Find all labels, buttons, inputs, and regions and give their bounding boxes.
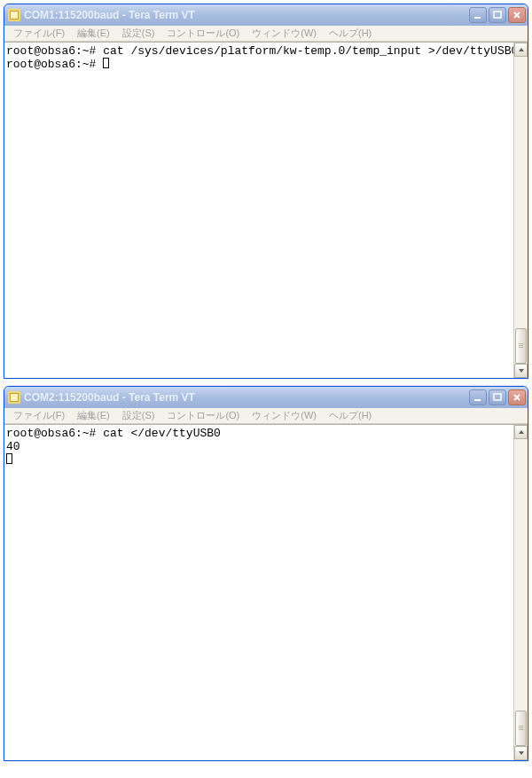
minimize-icon — [473, 11, 482, 20]
scroll-down-button[interactable] — [514, 364, 528, 378]
window-title: COM2:115200baud - Tera Term VT — [24, 391, 469, 404]
vertical-scrollbar[interactable] — [513, 425, 528, 760]
scroll-thumb[interactable] — [515, 328, 527, 364]
menu-edit[interactable]: 編集(E) — [72, 26, 115, 41]
menubar: ファイル(F) 編集(E) 設定(S) コントロール(O) ウィンドウ(W) ヘ… — [4, 26, 528, 42]
menu-control[interactable]: コントロール(O) — [161, 408, 245, 423]
grip-icon — [519, 726, 523, 731]
scroll-thumb[interactable] — [515, 711, 527, 746]
minimize-button[interactable] — [469, 7, 487, 23]
menu-setup[interactable]: 設定(S) — [117, 408, 160, 423]
terminal-output[interactable]: root@obsa6:~# cat /sys/devices/platform/… — [4, 43, 513, 378]
menu-help[interactable]: ヘルプ(H) — [324, 26, 377, 41]
titlebar[interactable]: COM2:115200baud - Tera Term VT — [4, 387, 528, 408]
menu-edit[interactable]: 編集(E) — [72, 408, 115, 423]
menu-control[interactable]: コントロール(O) — [161, 26, 245, 41]
window-buttons — [469, 389, 526, 405]
titlebar[interactable]: COM1:115200baud - Tera Term VT — [4, 4, 528, 26]
window-buttons — [469, 7, 526, 23]
window-title: COM1:115200baud - Tera Term VT — [24, 9, 469, 21]
maximize-button[interactable] — [489, 7, 506, 23]
menu-help[interactable]: ヘルプ(H) — [324, 408, 377, 423]
menubar: ファイル(F) 編集(E) 設定(S) コントロール(O) ウィンドウ(W) ヘ… — [4, 408, 528, 424]
chevron-down-icon — [518, 750, 525, 757]
text-cursor — [6, 453, 12, 464]
client-area: root@obsa6:~# cat /sys/devices/platform/… — [4, 42, 528, 378]
chevron-up-icon — [518, 428, 525, 436]
menu-file[interactable]: ファイル(F) — [8, 408, 70, 423]
svg-rect-0 — [474, 17, 481, 19]
terminal-window-com1: COM1:115200baud - Tera Term VT ファイル(F) 編… — [4, 4, 528, 379]
scroll-up-button[interactable] — [514, 425, 528, 439]
close-icon — [512, 393, 521, 402]
terminal-line: root@obsa6:~# — [6, 58, 103, 71]
maximize-icon — [493, 393, 502, 402]
menu-window[interactable]: ウィンドウ(W) — [246, 408, 322, 423]
maximize-icon — [493, 11, 502, 20]
close-button[interactable] — [508, 389, 526, 405]
menu-window[interactable]: ウィンドウ(W) — [246, 26, 322, 41]
terminal-line: root@obsa6:~# cat /sys/devices/platform/… — [6, 44, 513, 58]
text-cursor — [103, 58, 109, 68]
terminal-line: 40 — [6, 440, 20, 453]
chevron-up-icon — [518, 46, 525, 53]
menu-setup[interactable]: 設定(S) — [117, 26, 160, 41]
scroll-track[interactable] — [514, 57, 528, 364]
maximize-button[interactable] — [489, 389, 506, 405]
app-icon — [8, 391, 20, 404]
menu-file[interactable]: ファイル(F) — [8, 26, 70, 41]
svg-rect-3 — [494, 394, 501, 400]
vertical-scrollbar[interactable] — [513, 43, 528, 378]
svg-rect-2 — [474, 399, 481, 401]
close-button[interactable] — [508, 7, 526, 23]
svg-rect-1 — [494, 12, 501, 18]
client-area: root@obsa6:~# cat </dev/ttyUSB0 40 — [4, 424, 528, 760]
scroll-up-button[interactable] — [514, 43, 528, 57]
scroll-track[interactable] — [514, 439, 528, 746]
minimize-button[interactable] — [469, 389, 487, 405]
grip-icon — [519, 343, 523, 349]
chevron-down-icon — [518, 367, 525, 374]
scroll-down-button[interactable] — [514, 746, 528, 760]
close-icon — [512, 11, 521, 20]
terminal-output[interactable]: root@obsa6:~# cat </dev/ttyUSB0 40 — [4, 425, 513, 760]
minimize-icon — [473, 393, 482, 402]
terminal-line: root@obsa6:~# cat </dev/ttyUSB0 — [6, 427, 221, 440]
app-icon — [8, 9, 20, 21]
terminal-window-com2: COM2:115200baud - Tera Term VT ファイル(F) 編… — [4, 386, 528, 761]
